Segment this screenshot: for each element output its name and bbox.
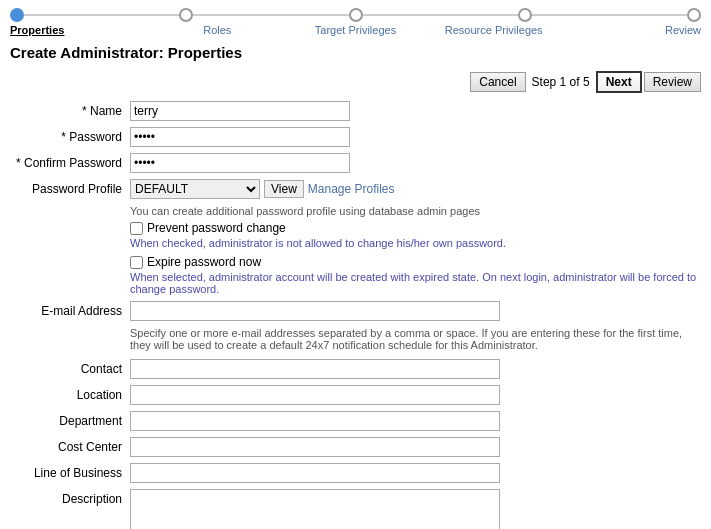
- lob-row: Line of Business: [10, 463, 701, 483]
- cost-center-row: Cost Center: [10, 437, 701, 457]
- prevent-pwd-sub: When checked, administrator is not allow…: [130, 237, 701, 249]
- confirm-password-input[interactable]: [130, 153, 350, 173]
- step-4-circle: [518, 8, 532, 22]
- step-3-circle: [349, 8, 363, 22]
- step-label-resource-privileges[interactable]: Resource Privileges: [425, 24, 563, 36]
- name-label: * Name: [10, 101, 130, 118]
- contact-row: Contact: [10, 359, 701, 379]
- step-line-4: [532, 14, 687, 16]
- password-label: * Password: [10, 127, 130, 144]
- properties-form: * Name * Password * Confirm Password Pas…: [0, 97, 711, 529]
- pp-info-text: You can create additional password profi…: [130, 205, 701, 217]
- prevent-pwd-label: Prevent password change: [147, 221, 286, 235]
- view-profile-button[interactable]: View: [264, 180, 304, 198]
- step-label-target-privileges[interactable]: Target Privileges: [286, 24, 424, 36]
- expire-pwd-label: Expire password now: [147, 255, 261, 269]
- email-info-text: Specify one or more e-mail addresses sep…: [130, 327, 701, 351]
- email-input[interactable]: [130, 301, 500, 321]
- step-label-review[interactable]: Review: [563, 24, 701, 36]
- contact-input[interactable]: [130, 359, 500, 379]
- step-label-properties[interactable]: Properties: [10, 24, 148, 36]
- step-line-3: [363, 14, 518, 16]
- step-line-2: [193, 14, 348, 16]
- contact-label: Contact: [10, 359, 130, 376]
- manage-profiles-link[interactable]: Manage Profiles: [308, 182, 395, 196]
- wizard-labels: Properties Roles Target Privileges Resou…: [10, 22, 701, 40]
- top-step-indicator: Step 1 of 5: [528, 73, 594, 91]
- password-profile-row: Password Profile DEFAULT View Manage Pro…: [10, 179, 701, 199]
- confirm-password-label: * Confirm Password: [10, 153, 130, 170]
- password-row: * Password: [10, 127, 701, 147]
- location-input[interactable]: [130, 385, 500, 405]
- confirm-password-row: * Confirm Password: [10, 153, 701, 173]
- location-label: Location: [10, 385, 130, 402]
- expire-pwd-checkbox[interactable]: [130, 256, 143, 269]
- wizard-progress: [0, 0, 711, 22]
- password-profile-controls: DEFAULT View Manage Profiles: [130, 179, 395, 199]
- lob-label: Line of Business: [10, 463, 130, 480]
- department-input[interactable]: [130, 411, 500, 431]
- lob-input[interactable]: [130, 463, 500, 483]
- prevent-pwd-checkbox[interactable]: [130, 222, 143, 235]
- step-1-circle: [10, 8, 24, 22]
- top-action-bar: Cancel Step 1 of 5 Next Review: [0, 67, 711, 97]
- prevent-pwd-row: Prevent password change: [130, 221, 701, 235]
- page-title: Create Administrator: Properties: [0, 40, 711, 67]
- description-textarea[interactable]: [130, 489, 500, 529]
- department-row: Department: [10, 411, 701, 431]
- cost-center-label: Cost Center: [10, 437, 130, 454]
- location-row: Location: [10, 385, 701, 405]
- email-label: E-mail Address: [10, 301, 130, 318]
- step-line-1: [24, 14, 179, 16]
- description-label: Description: [10, 489, 130, 506]
- top-cancel-button[interactable]: Cancel: [470, 72, 525, 92]
- description-row: Description: [10, 489, 701, 529]
- name-row: * Name: [10, 101, 701, 121]
- email-row: E-mail Address: [10, 301, 701, 321]
- step-5-circle: [687, 8, 701, 22]
- password-profile-select[interactable]: DEFAULT: [130, 179, 260, 199]
- department-label: Department: [10, 411, 130, 428]
- cost-center-input[interactable]: [130, 437, 500, 457]
- password-profile-label: Password Profile: [10, 179, 130, 196]
- step-2-circle: [179, 8, 193, 22]
- top-review-button[interactable]: Review: [644, 72, 701, 92]
- step-label-roles[interactable]: Roles: [148, 24, 286, 36]
- top-next-button[interactable]: Next: [596, 71, 642, 93]
- expire-pwd-sub: When selected, administrator account wil…: [130, 271, 701, 295]
- name-input[interactable]: [130, 101, 350, 121]
- password-input[interactable]: [130, 127, 350, 147]
- expire-pwd-row: Expire password now: [130, 255, 701, 269]
